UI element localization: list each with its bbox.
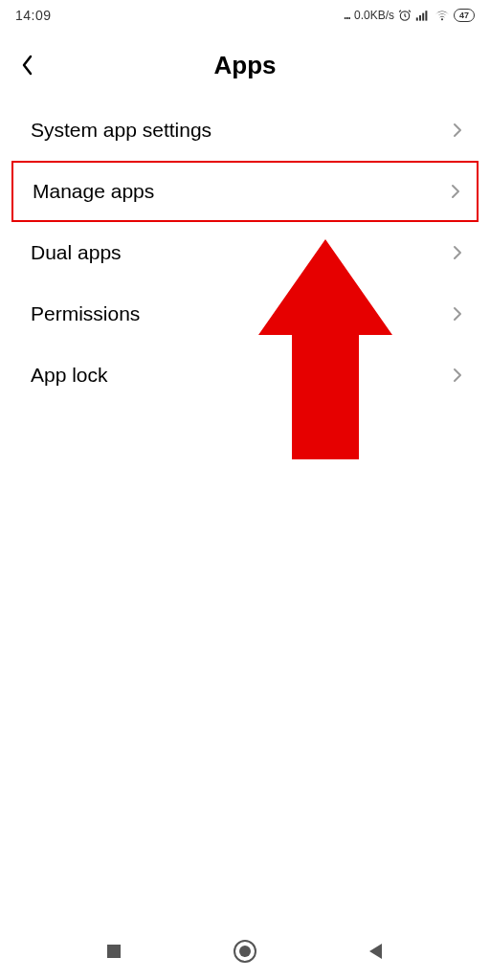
svg-marker-9 (369, 944, 382, 959)
svg-rect-2 (419, 15, 421, 21)
svg-point-8 (239, 946, 251, 957)
row-label: System app settings (31, 119, 212, 142)
svg-rect-3 (422, 13, 424, 21)
svg-rect-4 (425, 11, 427, 20)
svg-rect-1 (416, 17, 418, 20)
chevron-right-icon (452, 304, 463, 323)
status-indicators: ... 0.0KB/s 47 (344, 9, 475, 22)
row-label: Dual apps (31, 241, 122, 264)
triangle-left-icon (367, 942, 386, 961)
nav-recent-button[interactable] (95, 932, 133, 970)
row-dual-apps[interactable]: Dual apps (4, 222, 486, 283)
alarm-icon (398, 9, 412, 22)
back-button[interactable] (0, 38, 54, 92)
row-app-lock[interactable]: App lock (4, 345, 486, 406)
chevron-right-icon (452, 243, 463, 262)
more-dots-icon: ... (344, 9, 350, 22)
row-label: Permissions (31, 302, 140, 325)
nav-home-button[interactable] (226, 932, 264, 970)
nav-bar (0, 923, 490, 980)
network-speed: 0.0KB/s (354, 9, 394, 22)
row-permissions[interactable]: Permissions (4, 283, 486, 345)
settings-list: System app settings Manage apps Dual app… (0, 100, 490, 406)
chevron-left-icon (20, 54, 33, 77)
nav-back-button[interactable] (357, 932, 395, 970)
status-time: 14:09 (15, 8, 52, 23)
svg-rect-6 (107, 945, 121, 958)
wifi-icon (434, 9, 450, 22)
chevron-right-icon (452, 366, 463, 385)
row-label: Manage apps (33, 180, 154, 203)
signal-icon (415, 9, 431, 22)
row-manage-apps[interactable]: Manage apps (11, 161, 479, 222)
row-label: App lock (31, 364, 108, 387)
chevron-right-icon (450, 182, 461, 201)
battery-indicator: 47 (454, 9, 475, 22)
page-title: Apps (0, 51, 490, 80)
row-system-app-settings[interactable]: System app settings (4, 100, 486, 161)
circle-icon (233, 939, 257, 964)
chevron-right-icon (452, 121, 463, 140)
square-icon (104, 942, 123, 961)
page-header: Apps (0, 31, 490, 100)
status-bar: 14:09 ... 0.0KB/s 47 (0, 0, 490, 31)
